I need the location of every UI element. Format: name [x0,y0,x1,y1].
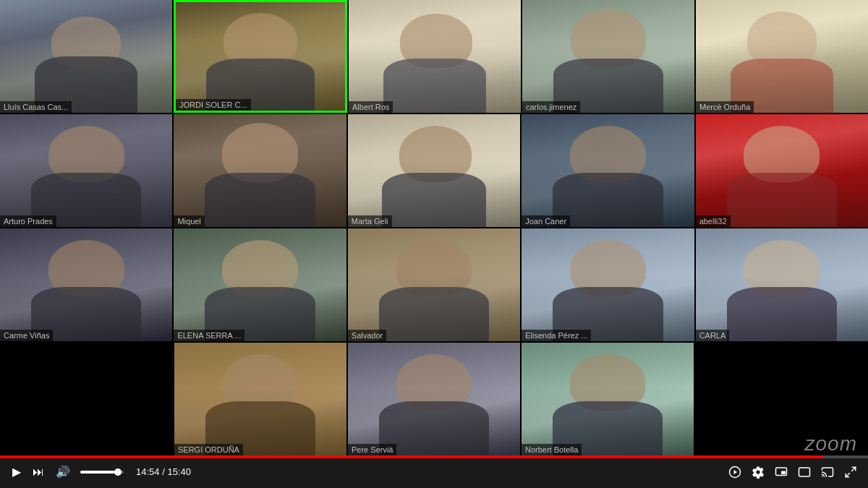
svg-rect-4 [799,468,810,476]
circle-play-button[interactable] [728,466,741,479]
participant-name-7: Miquel [174,215,204,227]
participant-name-14: Elisenda Pérez ... [522,330,591,341]
time-display: 14:54 / 15:40 [136,466,191,477]
tile-arturoprades: Arturo Prades [0,114,172,227]
progress-bar-fill [0,455,823,458]
participant-name-2: JORDI SOLER C... [176,99,251,111]
tile-abelli32: abelli32 [696,114,868,227]
participant-name-12: ELENA SERRA ... [174,330,244,341]
video-grid: Lluís Casas Cas... JORDI SOLER C... Albe… [0,0,868,455]
video-row-2: Arturo Prades Miquel Marta Geli Joan Can… [0,114,868,227]
svg-rect-3 [781,471,786,474]
volume-thumb [114,468,122,476]
video-row-3: Carme Viñas ELENA SERRA ... Salvador Eli… [0,228,868,341]
svg-line-6 [852,467,856,471]
participant-name-17: Pere Servià [348,444,396,455]
tile-martageli: Marta Geli [348,114,520,227]
pip-button[interactable] [775,466,788,479]
tile-pereservia: Pere Servià [348,343,520,455]
video-call-interface: Lluís Casas Cas... JORDI SOLER C... Albe… [0,0,868,488]
video-row-4: SERGI ORDUÑA Pere Servià Norbert Botella [0,343,868,455]
participant-name-3: Albert Ros [349,101,393,113]
play-button[interactable]: ▶ [11,463,22,480]
svg-line-7 [846,473,849,476]
participant-name-13: Salvador [348,330,386,341]
participant-name-18: Norbert Botella [522,444,582,455]
participant-name-11: Carme Viñas [0,330,53,341]
tile-salvador: Salvador [348,228,520,341]
tile-elenaserra: ELENA SERRA ... [174,228,346,341]
tile-merceorduna: Mercè Orduña [696,0,868,113]
svg-point-5 [822,476,823,477]
tile-norbertbotella: Norbert Botella [522,343,694,455]
tile-carla: CARLA [696,228,868,341]
participant-name-16: SERGI ORDUÑA [174,444,243,455]
progress-bar-container[interactable] [0,455,868,458]
settings-button[interactable] [752,466,765,479]
participant-name-15: CARLA [696,330,730,341]
tile-albertros: Albert Ros [349,0,521,113]
participant-name-4: carlos.jimenez [522,101,580,113]
volume-slider[interactable] [80,471,124,474]
total-time: 15:40 [167,466,191,477]
tile-lluiscastas: Lluís Casas Cas... [0,0,172,113]
next-button[interactable]: ⏭ [31,464,46,480]
tile-carmevinas: Carme Viñas [0,228,172,341]
tile-jordisoler: JORDI SOLER C... [174,0,347,113]
participant-name-10: abelli32 [696,215,731,227]
fullscreen-button[interactable] [798,466,811,479]
maximize-button[interactable] [844,466,857,479]
volume-fill [80,471,115,474]
tile-sergiorduna: SERGI ORDUÑA [174,343,346,455]
participant-name-6: Arturo Prades [0,215,56,227]
volume-button[interactable]: 🔊 [54,463,72,480]
participant-name-1: Lluís Casas Cas... [0,101,72,113]
participant-name-9: Joan Caner [522,215,570,227]
right-controls [728,466,857,479]
current-time: 14:54 [136,466,160,477]
svg-marker-1 [734,470,738,474]
tile-elisendaperez: Elisenda Pérez ... [522,228,694,341]
cast-button[interactable] [821,466,834,479]
tile-miquel: Miquel [174,114,346,227]
controls-bar: ▶ ⏭ 🔊 14:54 / 15:40 [0,455,868,488]
tile-joancaner: Joan Caner [522,114,694,227]
video-row-1: Lluís Casas Cas... JORDI SOLER C... Albe… [0,0,868,113]
participant-name-8: Marta Geli [348,215,392,227]
participant-name-5: Mercè Orduña [696,101,754,113]
tile-carlosjimenez: carlos.jimenez [522,0,694,113]
zoom-logo: zoom [805,432,857,455]
